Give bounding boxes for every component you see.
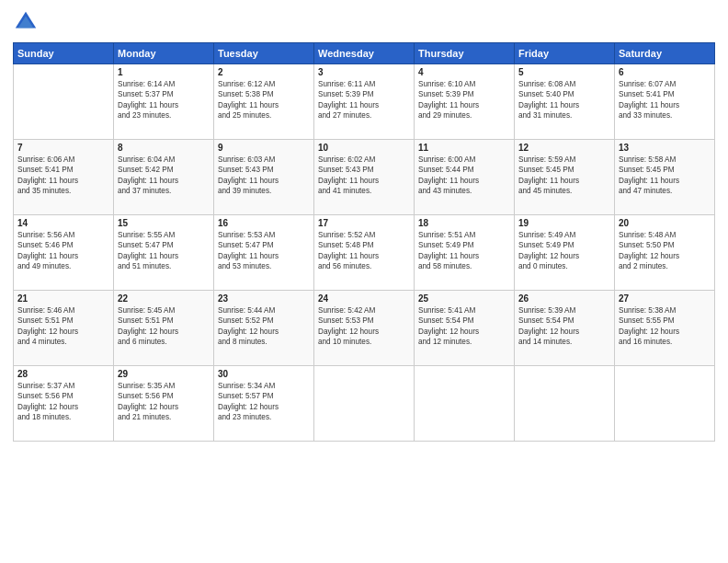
calendar-cell: 6Sunrise: 6:07 AM Sunset: 5:41 PM Daylig… xyxy=(615,64,715,140)
day-number: 23 xyxy=(218,293,310,304)
calendar-cell: 22Sunrise: 5:45 AM Sunset: 5:51 PM Dayli… xyxy=(114,291,214,366)
header-cell-monday: Monday xyxy=(114,43,214,64)
cell-content: Sunrise: 5:55 AM Sunset: 5:47 PM Dayligh… xyxy=(118,230,210,272)
day-number: 5 xyxy=(518,67,610,77)
calendar-cell: 5Sunrise: 6:08 AM Sunset: 5:40 PM Daylig… xyxy=(515,64,615,140)
calendar-cell: 16Sunrise: 5:53 AM Sunset: 5:47 PM Dayli… xyxy=(214,215,314,291)
calendar-cell: 24Sunrise: 5:42 AM Sunset: 5:53 PM Dayli… xyxy=(314,291,415,366)
header-row: SundayMondayTuesdayWednesdayThursdayFrid… xyxy=(14,43,715,64)
cell-content: Sunrise: 5:49 AM Sunset: 5:49 PM Dayligh… xyxy=(518,230,610,272)
calendar-cell: 15Sunrise: 5:55 AM Sunset: 5:47 PM Dayli… xyxy=(114,215,214,291)
cell-content: Sunrise: 6:12 AM Sunset: 5:38 PM Dayligh… xyxy=(218,79,310,121)
cell-content: Sunrise: 6:10 AM Sunset: 5:39 PM Dayligh… xyxy=(418,79,510,121)
cell-content: Sunrise: 6:14 AM Sunset: 5:37 PM Dayligh… xyxy=(118,79,210,121)
day-number: 8 xyxy=(118,143,210,153)
calendar-cell: 19Sunrise: 5:49 AM Sunset: 5:49 PM Dayli… xyxy=(515,215,615,291)
calendar-cell: 12Sunrise: 5:59 AM Sunset: 5:45 PM Dayli… xyxy=(515,140,615,215)
calendar-cell: 8Sunrise: 6:04 AM Sunset: 5:42 PM Daylig… xyxy=(114,140,214,215)
day-number: 21 xyxy=(17,293,109,304)
day-number: 9 xyxy=(218,143,310,153)
logo-icon xyxy=(13,9,39,35)
day-number: 18 xyxy=(418,218,510,228)
calendar-cell: 29Sunrise: 5:35 AM Sunset: 5:56 PM Dayli… xyxy=(114,366,214,442)
calendar-cell: 14Sunrise: 5:56 AM Sunset: 5:46 PM Dayli… xyxy=(14,215,114,291)
calendar-cell: 18Sunrise: 5:51 AM Sunset: 5:49 PM Dayli… xyxy=(415,215,515,291)
cell-content: Sunrise: 5:34 AM Sunset: 5:57 PM Dayligh… xyxy=(218,381,310,423)
calendar-cell: 9Sunrise: 6:03 AM Sunset: 5:43 PM Daylig… xyxy=(214,140,314,215)
day-number: 20 xyxy=(619,218,711,228)
calendar-cell: 28Sunrise: 5:37 AM Sunset: 5:56 PM Dayli… xyxy=(14,366,114,442)
cell-content: Sunrise: 5:59 AM Sunset: 5:45 PM Dayligh… xyxy=(518,155,610,197)
cell-content: Sunrise: 5:37 AM Sunset: 5:56 PM Dayligh… xyxy=(17,381,109,423)
calendar-cell: 4Sunrise: 6:10 AM Sunset: 5:39 PM Daylig… xyxy=(415,64,515,140)
week-row-4: 21Sunrise: 5:46 AM Sunset: 5:51 PM Dayli… xyxy=(14,291,715,366)
calendar-cell: 11Sunrise: 6:00 AM Sunset: 5:44 PM Dayli… xyxy=(415,140,515,215)
day-number: 16 xyxy=(218,218,310,228)
cell-content: Sunrise: 5:42 AM Sunset: 5:53 PM Dayligh… xyxy=(318,305,410,348)
day-number: 1 xyxy=(118,67,210,77)
calendar-cell: 23Sunrise: 5:44 AM Sunset: 5:52 PM Dayli… xyxy=(214,291,314,366)
cell-content: Sunrise: 6:06 AM Sunset: 5:41 PM Dayligh… xyxy=(17,155,109,197)
cell-content: Sunrise: 5:35 AM Sunset: 5:56 PM Dayligh… xyxy=(118,381,210,423)
cell-content: Sunrise: 5:58 AM Sunset: 5:45 PM Dayligh… xyxy=(619,155,711,197)
week-row-1: 1Sunrise: 6:14 AM Sunset: 5:37 PM Daylig… xyxy=(14,64,715,140)
header-cell-saturday: Saturday xyxy=(615,43,715,64)
calendar-cell: 3Sunrise: 6:11 AM Sunset: 5:39 PM Daylig… xyxy=(314,64,415,140)
calendar-table: SundayMondayTuesdayWednesdayThursdayFrid… xyxy=(13,42,715,442)
calendar-cell: 7Sunrise: 6:06 AM Sunset: 5:41 PM Daylig… xyxy=(14,140,114,215)
logo xyxy=(13,9,42,35)
day-number: 29 xyxy=(118,369,210,379)
header xyxy=(13,9,715,35)
cell-content: Sunrise: 5:44 AM Sunset: 5:52 PM Dayligh… xyxy=(218,305,310,348)
header-cell-thursday: Thursday xyxy=(415,43,515,64)
header-cell-friday: Friday xyxy=(515,43,615,64)
calendar-cell: 10Sunrise: 6:02 AM Sunset: 5:43 PM Dayli… xyxy=(314,140,415,215)
cell-content: Sunrise: 6:11 AM Sunset: 5:39 PM Dayligh… xyxy=(318,79,410,121)
week-row-3: 14Sunrise: 5:56 AM Sunset: 5:46 PM Dayli… xyxy=(14,215,715,291)
day-number: 26 xyxy=(518,293,610,304)
header-cell-tuesday: Tuesday xyxy=(214,43,314,64)
day-number: 11 xyxy=(418,143,510,153)
day-number: 4 xyxy=(418,67,510,77)
calendar-cell: 25Sunrise: 5:41 AM Sunset: 5:54 PM Dayli… xyxy=(415,291,515,366)
cell-content: Sunrise: 5:38 AM Sunset: 5:55 PM Dayligh… xyxy=(619,305,711,348)
calendar-cell: 17Sunrise: 5:52 AM Sunset: 5:48 PM Dayli… xyxy=(314,215,415,291)
cell-content: Sunrise: 6:03 AM Sunset: 5:43 PM Dayligh… xyxy=(218,155,310,197)
header-cell-sunday: Sunday xyxy=(14,43,114,64)
calendar-cell: 21Sunrise: 5:46 AM Sunset: 5:51 PM Dayli… xyxy=(14,291,114,366)
week-row-2: 7Sunrise: 6:06 AM Sunset: 5:41 PM Daylig… xyxy=(14,140,715,215)
cell-content: Sunrise: 5:41 AM Sunset: 5:54 PM Dayligh… xyxy=(418,305,510,348)
calendar-cell xyxy=(314,366,415,442)
calendar-cell: 20Sunrise: 5:48 AM Sunset: 5:50 PM Dayli… xyxy=(615,215,715,291)
cell-content: Sunrise: 5:48 AM Sunset: 5:50 PM Dayligh… xyxy=(619,230,711,272)
cell-content: Sunrise: 6:02 AM Sunset: 5:43 PM Dayligh… xyxy=(318,155,410,197)
cell-content: Sunrise: 6:04 AM Sunset: 5:42 PM Dayligh… xyxy=(118,155,210,197)
day-number: 24 xyxy=(318,293,410,304)
cell-content: Sunrise: 5:56 AM Sunset: 5:46 PM Dayligh… xyxy=(17,230,109,272)
cell-content: Sunrise: 6:07 AM Sunset: 5:41 PM Dayligh… xyxy=(619,79,711,121)
calendar-cell: 26Sunrise: 5:39 AM Sunset: 5:54 PM Dayli… xyxy=(515,291,615,366)
day-number: 14 xyxy=(17,218,109,228)
calendar-cell xyxy=(615,366,715,442)
day-number: 13 xyxy=(619,143,711,153)
calendar-cell xyxy=(415,366,515,442)
page-container: SundayMondayTuesdayWednesdayThursdayFrid… xyxy=(0,0,728,563)
cell-content: Sunrise: 6:00 AM Sunset: 5:44 PM Dayligh… xyxy=(418,155,510,197)
day-number: 22 xyxy=(118,293,210,304)
cell-content: Sunrise: 5:51 AM Sunset: 5:49 PM Dayligh… xyxy=(418,230,510,272)
week-row-5: 28Sunrise: 5:37 AM Sunset: 5:56 PM Dayli… xyxy=(14,366,715,442)
day-number: 7 xyxy=(17,143,109,153)
day-number: 6 xyxy=(619,67,711,77)
day-number: 15 xyxy=(118,218,210,228)
calendar-cell xyxy=(14,64,114,140)
cell-content: Sunrise: 5:46 AM Sunset: 5:51 PM Dayligh… xyxy=(17,305,109,348)
day-number: 27 xyxy=(619,293,711,304)
calendar-cell: 27Sunrise: 5:38 AM Sunset: 5:55 PM Dayli… xyxy=(615,291,715,366)
calendar-cell: 30Sunrise: 5:34 AM Sunset: 5:57 PM Dayli… xyxy=(214,366,314,442)
cell-content: Sunrise: 6:08 AM Sunset: 5:40 PM Dayligh… xyxy=(518,79,610,121)
calendar-cell: 1Sunrise: 6:14 AM Sunset: 5:37 PM Daylig… xyxy=(114,64,214,140)
day-number: 17 xyxy=(318,218,410,228)
calendar-header: SundayMondayTuesdayWednesdayThursdayFrid… xyxy=(14,43,715,64)
day-number: 12 xyxy=(518,143,610,153)
day-number: 19 xyxy=(518,218,610,228)
